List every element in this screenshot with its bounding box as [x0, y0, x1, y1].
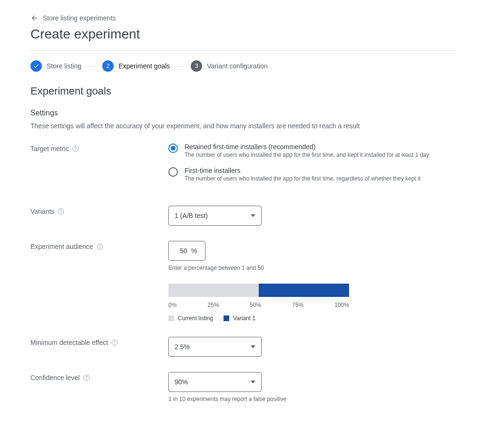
legend-variant: Variant 1 [224, 315, 255, 322]
variants-label: Variants [30, 206, 168, 215]
audience-ticks: 0% 25% 50% 75% 100% [168, 302, 349, 308]
radio-button-checked [168, 143, 178, 153]
radio-first-time-installers[interactable]: First-time installers The number of user… [168, 167, 457, 182]
step-label: Experiment goals [118, 62, 170, 70]
radio-title: Retained first-time installers (recommen… [185, 143, 429, 151]
chevron-down-icon [251, 213, 255, 218]
breadcrumb-label: Store listing experiments [43, 14, 116, 22]
audience-legend: Current listing Variant 1 [168, 315, 349, 322]
step-separator [87, 66, 97, 67]
radio-button-unchecked [168, 167, 178, 177]
experiment-audience-input-wrap: % [168, 241, 205, 261]
experiment-audience-helper: Enter a percentage between 1 and 50 [168, 265, 457, 271]
step-circle-active: 2 [102, 60, 114, 72]
settings-subtitle: Settings [30, 109, 457, 117]
breadcrumb-back[interactable]: Store listing experiments [30, 14, 116, 22]
help-icon[interactable] [57, 208, 65, 215]
mde-label: Minimum detectable effect [30, 337, 168, 346]
svg-point-9 [86, 379, 87, 380]
radio-retained-installers[interactable]: Retained first-time installers (recommen… [168, 143, 457, 158]
divider [30, 50, 457, 51]
stepper: Store listing 2 Experiment goals 3 Varia… [30, 60, 457, 72]
step-circle-done [30, 60, 42, 72]
radio-desc: The number of users who installed the ap… [185, 152, 429, 158]
confidence-select[interactable]: 90% [168, 372, 262, 392]
legend-swatch-icon [168, 315, 174, 321]
check-icon [33, 63, 39, 69]
audience-bar [168, 284, 349, 297]
help-icon[interactable] [72, 145, 79, 153]
step-variant-configuration[interactable]: 3 Variant configuration [191, 60, 267, 72]
step-label: Store listing [47, 62, 81, 70]
confidence-label: Confidence level [30, 372, 168, 381]
bar-segment-variant [259, 284, 349, 297]
radio-desc: The number of users who installed the ap… [185, 175, 420, 182]
help-icon[interactable] [83, 374, 90, 381]
step-experiment-goals[interactable]: 2 Experiment goals [102, 60, 170, 72]
page-title: Create experiment [30, 27, 457, 42]
experiment-audience-input[interactable] [177, 247, 188, 255]
radio-title: First-time installers [185, 167, 420, 174]
help-icon[interactable] [111, 339, 118, 346]
step-store-listing[interactable]: Store listing [30, 60, 81, 72]
step-separator [175, 66, 185, 67]
confidence-helper: 1 in 10 experiments may report a false p… [168, 396, 457, 402]
svg-point-5 [99, 248, 100, 248]
audience-distribution-chart: 0% 25% 50% 75% 100% Current listing Vari… [168, 284, 349, 322]
chevron-down-icon [251, 344, 255, 349]
settings-description: These settings will affect the accuracy … [30, 122, 457, 130]
bar-segment-current [168, 284, 259, 297]
arrow-left-icon [30, 14, 38, 22]
variants-select[interactable]: 1 (A/B test) [168, 206, 262, 226]
step-circle-pending: 3 [191, 60, 202, 72]
legend-current: Current listing [168, 315, 213, 322]
svg-point-3 [61, 213, 61, 213]
section-title: Experiment goals [30, 85, 457, 97]
step-label: Variant configuration [207, 62, 267, 70]
legend-swatch-icon [224, 315, 229, 321]
target-metric-label: Target metric [30, 143, 168, 153]
help-icon[interactable] [96, 243, 104, 250]
chevron-down-icon [251, 380, 255, 384]
mde-select[interactable]: 2.5% [168, 337, 262, 357]
svg-point-1 [75, 150, 76, 151]
experiment-audience-label: Experiment audience [30, 241, 168, 250]
percent-suffix: % [191, 247, 197, 255]
svg-point-7 [115, 344, 115, 344]
